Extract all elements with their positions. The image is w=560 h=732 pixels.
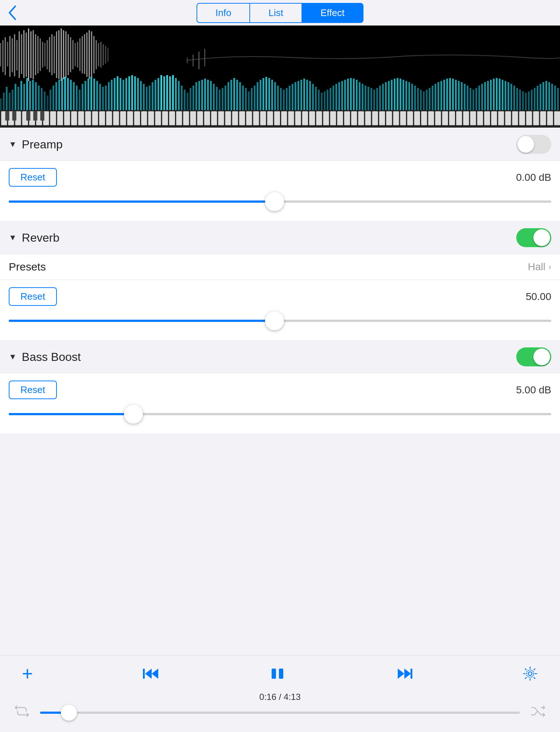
reverb-presets-preset: Hall bbox=[528, 261, 545, 273]
svg-rect-282 bbox=[260, 111, 266, 125]
preamp-title-row: ▼ Preamp bbox=[9, 138, 63, 151]
svg-rect-281 bbox=[253, 111, 259, 125]
svg-rect-13 bbox=[28, 28, 29, 81]
reverb-presets-row[interactable]: Presets Hall › bbox=[0, 254, 560, 280]
svg-rect-6 bbox=[12, 38, 13, 72]
spacer bbox=[0, 433, 560, 543]
svg-point-338 bbox=[528, 672, 532, 675]
bass-boost-slider[interactable] bbox=[9, 405, 551, 423]
svg-rect-276 bbox=[218, 111, 224, 125]
reverb-slider[interactable] bbox=[9, 312, 551, 330]
svg-rect-44 bbox=[100, 42, 101, 67]
svg-rect-39 bbox=[89, 30, 90, 79]
preamp-reset-button[interactable]: Reset bbox=[9, 168, 57, 187]
tab-group: Info List Effect bbox=[197, 3, 363, 23]
svg-rect-337 bbox=[411, 669, 412, 679]
bass-boost-toggle[interactable] bbox=[516, 347, 551, 366]
svg-rect-289 bbox=[309, 111, 315, 125]
svg-rect-37 bbox=[84, 34, 85, 74]
svg-rect-275 bbox=[211, 111, 217, 125]
svg-rect-307 bbox=[435, 111, 441, 125]
repeat-button[interactable] bbox=[11, 705, 33, 720]
bass-boost-title: Bass Boost bbox=[22, 350, 81, 364]
settings-button[interactable] bbox=[522, 666, 538, 682]
reverb-toggle[interactable] bbox=[516, 228, 551, 247]
svg-rect-36 bbox=[82, 36, 83, 73]
svg-rect-27 bbox=[61, 28, 62, 81]
svg-rect-314 bbox=[484, 111, 490, 125]
svg-rect-43 bbox=[98, 43, 99, 66]
svg-rect-318 bbox=[512, 111, 518, 125]
svg-rect-25 bbox=[56, 31, 57, 78]
svg-rect-305 bbox=[421, 111, 427, 125]
bass-boost-slider-thumb[interactable] bbox=[124, 405, 143, 424]
svg-rect-312 bbox=[470, 111, 476, 125]
svg-rect-295 bbox=[351, 111, 357, 125]
preamp-reset-row: Reset 0.00 dB bbox=[9, 168, 551, 187]
preamp-slider-thumb[interactable] bbox=[265, 192, 284, 211]
progress-thumb[interactable] bbox=[61, 705, 77, 721]
pause-button[interactable] bbox=[269, 666, 285, 682]
bass-boost-section: ▼ Bass Boost Reset 5.00 dB bbox=[0, 341, 560, 433]
svg-rect-291 bbox=[323, 111, 329, 125]
forward-button[interactable] bbox=[395, 666, 413, 682]
reverb-slider-fill bbox=[9, 320, 275, 322]
tab-info[interactable]: Info bbox=[197, 4, 250, 22]
svg-rect-280 bbox=[246, 111, 252, 125]
reverb-chevron-icon[interactable]: ▼ bbox=[9, 233, 17, 242]
svg-rect-313 bbox=[477, 111, 483, 125]
svg-rect-288 bbox=[302, 111, 308, 125]
svg-rect-270 bbox=[176, 111, 182, 125]
bottom-player-bar: + bbox=[0, 655, 560, 732]
svg-rect-45 bbox=[103, 44, 104, 65]
bass-boost-chevron-icon[interactable]: ▼ bbox=[9, 352, 17, 362]
svg-rect-332 bbox=[143, 669, 145, 679]
preamp-slider[interactable] bbox=[9, 192, 551, 211]
svg-rect-290 bbox=[316, 111, 322, 125]
svg-rect-252 bbox=[50, 111, 56, 125]
svg-rect-38 bbox=[86, 32, 88, 77]
svg-rect-259 bbox=[99, 111, 105, 125]
svg-rect-279 bbox=[239, 111, 245, 125]
svg-rect-325 bbox=[5, 111, 9, 121]
reverb-reset-button[interactable]: Reset bbox=[9, 287, 57, 306]
bass-boost-reset-button[interactable]: Reset bbox=[9, 381, 57, 399]
reverb-toggle-knob bbox=[533, 229, 550, 246]
svg-rect-253 bbox=[57, 111, 63, 125]
svg-rect-16 bbox=[35, 34, 36, 75]
svg-rect-32 bbox=[72, 40, 73, 69]
svg-rect-317 bbox=[505, 111, 511, 125]
svg-rect-294 bbox=[344, 111, 350, 125]
svg-rect-323 bbox=[547, 111, 553, 125]
svg-rect-42 bbox=[96, 40, 97, 69]
tab-list[interactable]: List bbox=[250, 4, 302, 22]
svg-rect-302 bbox=[400, 111, 406, 125]
svg-marker-336 bbox=[404, 669, 411, 679]
reverb-slider-thumb[interactable] bbox=[265, 311, 284, 330]
preamp-value: 0.00 dB bbox=[516, 172, 551, 183]
svg-rect-319 bbox=[519, 111, 525, 125]
tab-effect[interactable]: Effect bbox=[302, 4, 363, 22]
svg-rect-51 bbox=[204, 49, 205, 66]
svg-rect-316 bbox=[498, 111, 504, 125]
rewind-button[interactable] bbox=[142, 666, 160, 682]
reverb-title-row: ▼ Reverb bbox=[9, 231, 59, 245]
svg-rect-286 bbox=[288, 111, 294, 125]
svg-rect-266 bbox=[148, 111, 154, 125]
back-button[interactable] bbox=[7, 5, 18, 21]
svg-rect-23 bbox=[51, 34, 52, 75]
preamp-toggle[interactable] bbox=[516, 135, 551, 154]
svg-rect-40 bbox=[91, 31, 92, 78]
reverb-content: Reset 50.00 bbox=[0, 280, 560, 340]
bass-boost-header: ▼ Bass Boost bbox=[0, 341, 560, 373]
preamp-chevron-icon[interactable]: ▼ bbox=[9, 140, 17, 149]
svg-rect-263 bbox=[127, 111, 133, 125]
reverb-header: ▼ Reverb bbox=[0, 222, 560, 254]
progress-track[interactable] bbox=[40, 712, 520, 714]
svg-rect-306 bbox=[428, 111, 434, 125]
shuffle-button[interactable] bbox=[527, 705, 549, 720]
time-display-wrapper: 0:16 / 4:13 bbox=[11, 692, 549, 703]
add-button[interactable]: + bbox=[22, 663, 33, 685]
svg-rect-268 bbox=[162, 111, 168, 125]
svg-rect-310 bbox=[456, 111, 462, 125]
